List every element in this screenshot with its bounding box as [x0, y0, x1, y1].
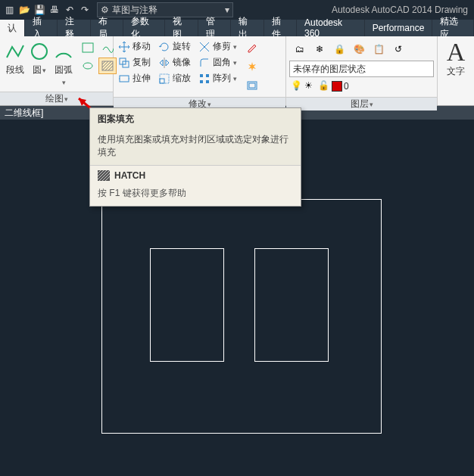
- tab-output[interactable]: 输出: [231, 20, 264, 36]
- layer-state-dropdown[interactable]: 未保存的图层状态: [289, 61, 434, 77]
- polyline-button[interactable]: 段线: [3, 39, 27, 78]
- panel-layer-title[interactable]: 图层: [286, 97, 437, 110]
- tab-annotate[interactable]: 注释: [58, 20, 90, 36]
- stretch-button[interactable]: 拉伸: [117, 71, 152, 86]
- copy-button[interactable]: 复制: [117, 55, 152, 70]
- layer-state-label: 未保存的图层状态: [293, 63, 366, 76]
- app-title: Autodesk AutoCAD 2014 Drawing: [332, 5, 471, 15]
- panel-layer: 🗂 ❄ 🔒 🎨 📋 ↺ 未保存的图层状态 💡 ☀ 🔓 0 图层: [286, 36, 438, 105]
- tab-performance[interactable]: Performance: [365, 20, 433, 36]
- layer-prop-icon[interactable]: 🗂: [291, 41, 309, 58]
- chevron-down-icon: ▾: [225, 5, 229, 15]
- layer-iso-icon[interactable]: ❄: [310, 41, 329, 58]
- tab-layout[interactable]: 布局: [91, 20, 123, 36]
- layer-match-icon[interactable]: 🎨: [350, 41, 368, 58]
- lock-open-icon[interactable]: 🔓: [318, 80, 330, 92]
- trim-button[interactable]: 修剪▾: [197, 39, 239, 54]
- bulb-on-icon[interactable]: 💡: [291, 80, 303, 92]
- tab-view[interactable]: 视图: [165, 20, 198, 36]
- svg-point-0: [32, 44, 47, 59]
- array-button[interactable]: 阵列▾: [197, 71, 239, 86]
- tab-plugins[interactable]: 插件: [264, 20, 297, 36]
- rectangle-icon[interactable]: [79, 39, 97, 56]
- rotate-button[interactable]: 旋转: [157, 39, 192, 54]
- drawing-rect-outer: [101, 199, 382, 434]
- ribbon-tabs: 认 插入 注释 布局 参数化 视图 管理 输出 插件 Autodesk 360 …: [0, 20, 474, 36]
- tab-featured[interactable]: 精选应: [432, 20, 474, 36]
- svg-point-2: [83, 63, 92, 69]
- layer-prev-icon[interactable]: ↺: [389, 41, 407, 58]
- polyline-label: 段线: [6, 64, 24, 76]
- tooltip-desc: 使用填充图案或填充对封闭区域或选定对象进行填充: [90, 130, 301, 166]
- explode-icon[interactable]: [243, 58, 261, 75]
- layer-more1-icon[interactable]: 📋: [370, 41, 388, 58]
- qat-new-icon[interactable]: ▥: [3, 4, 15, 16]
- tab-insert[interactable]: 插入: [25, 20, 58, 36]
- qat-open-icon[interactable]: 📂: [18, 4, 30, 16]
- svg-rect-1: [83, 43, 93, 52]
- qat-print-icon[interactable]: 🖶: [48, 4, 61, 16]
- hatch-icon: [98, 170, 110, 181]
- tab-a360[interactable]: Autodesk 360: [297, 20, 365, 36]
- arc-label: 圆弧: [53, 64, 74, 87]
- tab-parametric[interactable]: 参数化: [123, 20, 165, 36]
- drawing-rect-left: [150, 248, 224, 362]
- circle-button[interactable]: 圆: [27, 39, 51, 78]
- layer-current-name: 0: [344, 81, 349, 92]
- drawing-rect-right: [254, 248, 329, 362]
- svg-rect-6: [120, 76, 129, 82]
- layer-color-swatch[interactable]: [332, 81, 342, 92]
- gear-icon: ⚙: [101, 5, 109, 15]
- tooltip: 图案填充 使用填充图案或填充对封闭区域或选定对象进行填充 HATCH 按 F1 …: [89, 107, 301, 207]
- fillet-button[interactable]: 圆角▾: [197, 55, 239, 70]
- tab-default[interactable]: 认: [0, 20, 25, 36]
- offset-icon[interactable]: [243, 77, 261, 94]
- tooltip-help: 按 F1 键获得更多帮助: [90, 185, 301, 206]
- ribbon: 段线 圆 圆弧 绘图 移动 复制 拉伸: [0, 36, 474, 106]
- svg-rect-11: [200, 80, 203, 83]
- ellipse-icon[interactable]: [79, 58, 97, 74]
- circle-label: 圆: [33, 64, 46, 76]
- arc-button[interactable]: 圆弧: [51, 39, 76, 89]
- quick-access-toolbar: ▥ 📂 💾 🖶 ↶ ↷: [3, 4, 91, 16]
- text-label: 文字: [447, 65, 465, 78]
- qat-undo-icon[interactable]: ↶: [64, 4, 76, 16]
- sun-icon[interactable]: ☀: [304, 80, 317, 92]
- svg-rect-10: [206, 74, 209, 77]
- tooltip-title: 图案填充: [90, 108, 301, 130]
- move-button[interactable]: 移动: [117, 39, 152, 54]
- workspace-label: 草图与注释: [112, 4, 157, 17]
- panel-draw: 段线 圆 圆弧 绘图: [0, 36, 114, 105]
- svg-rect-7: [160, 79, 164, 83]
- panel-draw-title[interactable]: 绘图: [0, 92, 113, 105]
- svg-rect-12: [206, 80, 209, 83]
- panel-modify: 移动 复制 拉伸 旋转 镜像 缩放 修剪▾ 圆角▾ 阵列▾ 修改: [114, 36, 286, 105]
- svg-rect-14: [249, 83, 255, 88]
- scale-button[interactable]: 缩放: [157, 71, 192, 86]
- tooltip-command: HATCH: [90, 166, 301, 185]
- svg-rect-9: [200, 74, 203, 77]
- text-icon[interactable]: A: [447, 39, 466, 65]
- layer-lock-icon[interactable]: 🔒: [330, 41, 348, 58]
- mirror-button[interactable]: 镜像: [157, 55, 192, 70]
- panel-annotation: A 文字: [438, 36, 474, 105]
- qat-save-icon[interactable]: 💾: [33, 4, 45, 16]
- tab-manage[interactable]: 管理: [198, 20, 231, 36]
- erase-icon[interactable]: [243, 39, 261, 56]
- qat-redo-icon[interactable]: ↷: [79, 4, 91, 16]
